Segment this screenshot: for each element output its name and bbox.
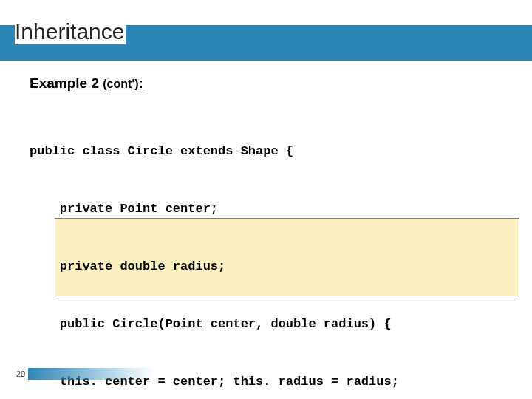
footer-gradient <box>28 368 154 380</box>
code-line: private Point center; <box>30 200 517 219</box>
subtitle-main: Example 2 <box>30 75 103 91</box>
code-line: private double radius; <box>30 257 517 276</box>
subtitle: Example 2 (cont'): <box>30 75 143 92</box>
page-number: 20 <box>16 369 25 378</box>
code-line: public class Circle extends Shape { <box>30 142 517 161</box>
slide: Inheritance Example 2 (cont'): public cl… <box>0 0 532 399</box>
subtitle-colon: : <box>139 75 143 91</box>
subtitle-paren: (cont') <box>103 78 138 90</box>
slide-title: Inheritance <box>15 19 126 44</box>
code-block: public class Circle extends Shape { priv… <box>30 103 517 399</box>
code-line: public Circle(Point center, double radiu… <box>30 315 517 334</box>
